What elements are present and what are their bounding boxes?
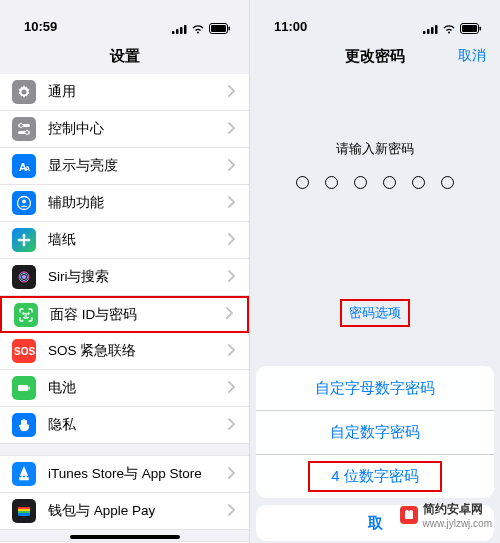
row-label: 电池: [48, 379, 227, 397]
svg-point-19: [26, 239, 31, 242]
settings-row-wallpaper[interactable]: 墙纸: [0, 222, 249, 259]
svg-point-18: [18, 239, 23, 242]
chevron-right-icon: [227, 122, 235, 137]
status-bar: 10:59: [0, 0, 249, 38]
row-label: 通用: [48, 83, 227, 101]
nav-bar: 更改密码 取消: [250, 38, 500, 74]
battery-icon: [12, 376, 36, 400]
faceid-icon: [14, 303, 38, 327]
svg-rect-32: [18, 513, 30, 516]
row-label: 控制中心: [48, 120, 227, 138]
passcode-prompt: 请输入新密码: [250, 140, 500, 158]
passcode-dot: [383, 176, 396, 189]
display-icon: AA: [12, 154, 36, 178]
appstore-icon: [12, 462, 36, 486]
svg-rect-35: [423, 31, 426, 34]
cancel-button[interactable]: 取消: [458, 47, 486, 65]
passcode-dot: [325, 176, 338, 189]
row-label: SOS 紧急联络: [48, 342, 227, 360]
row-label: 钱包与 Apple Pay: [48, 502, 227, 520]
sheet-option-alphanumeric[interactable]: 自定字母数字密码: [256, 366, 494, 410]
nav-bar: 设置: [0, 38, 249, 74]
svg-rect-40: [462, 25, 477, 32]
settings-list: 通用控制中心AA显示与亮度辅助功能墙纸Siri与搜索面容 ID与密码SOSSOS…: [0, 74, 249, 444]
passcode-dots: [250, 176, 500, 189]
status-bar: 11:00: [250, 0, 500, 38]
svg-rect-1: [176, 29, 179, 34]
passcode-dot: [412, 176, 425, 189]
battery-icon: [460, 23, 482, 34]
home-indicator[interactable]: [70, 535, 180, 539]
settings-row-wallet[interactable]: 钱包与 Apple Pay: [0, 493, 249, 530]
watermark-title: 简约安卓网: [423, 501, 492, 518]
status-indicators: [423, 23, 482, 34]
chevron-right-icon: [227, 504, 235, 519]
svg-rect-26: [18, 385, 28, 391]
wallpaper-icon: [12, 228, 36, 252]
svg-rect-6: [229, 27, 231, 31]
svg-point-44: [409, 510, 413, 514]
chevron-right-icon: [227, 270, 235, 285]
svg-point-43: [405, 510, 409, 514]
settings-row-privacy[interactable]: 隐私: [0, 407, 249, 444]
settings-row-siri[interactable]: Siri与搜索: [0, 259, 249, 296]
settings-row-appstore[interactable]: iTunes Store与 App Store: [0, 456, 249, 493]
signal-icon: [423, 24, 438, 34]
chevron-right-icon: [227, 159, 235, 174]
svg-point-9: [19, 124, 23, 128]
svg-point-15: [22, 238, 26, 242]
svg-text:A: A: [25, 165, 30, 172]
chevron-right-icon: [227, 233, 235, 248]
control-icon: [12, 117, 36, 141]
svg-point-24: [28, 312, 29, 313]
settings-row-sos[interactable]: SOSSOS 紧急联络: [0, 333, 249, 370]
chevron-right-icon: [227, 344, 235, 359]
chevron-right-icon: [225, 307, 233, 322]
sheet-option-4digit[interactable]: 4 位数字密码: [256, 454, 494, 498]
row-label: iTunes Store与 App Store: [48, 465, 227, 483]
svg-text:SOS: SOS: [14, 346, 35, 357]
svg-rect-2: [180, 27, 183, 34]
row-label: 墙纸: [48, 231, 227, 249]
svg-rect-36: [427, 29, 430, 34]
settings-row-control[interactable]: 控制中心: [0, 111, 249, 148]
settings-row-battery[interactable]: 电池: [0, 370, 249, 407]
chevron-right-icon: [227, 467, 235, 482]
status-time: 11:00: [274, 19, 307, 34]
status-indicators: [172, 23, 231, 34]
siri-icon: [12, 265, 36, 289]
settings-row-general[interactable]: 通用: [0, 74, 249, 111]
svg-rect-37: [431, 27, 434, 34]
wifi-icon: [442, 24, 456, 34]
row-label: 显示与亮度: [48, 157, 227, 175]
chevron-right-icon: [227, 196, 235, 211]
status-time: 10:59: [24, 19, 57, 34]
svg-rect-3: [184, 25, 187, 34]
nav-title: 更改密码: [345, 47, 405, 66]
general-icon: [12, 80, 36, 104]
wallet-icon: [12, 499, 36, 523]
svg-point-17: [23, 242, 26, 247]
sheet-option-numeric[interactable]: 自定数字密码: [256, 410, 494, 454]
signal-icon: [172, 24, 187, 34]
svg-point-14: [22, 200, 26, 204]
privacy-icon: [12, 413, 36, 437]
svg-rect-0: [172, 31, 175, 34]
svg-rect-38: [435, 25, 438, 34]
chevron-right-icon: [227, 418, 235, 433]
access-icon: [12, 191, 36, 215]
settings-row-access[interactable]: 辅助功能: [0, 185, 249, 222]
settings-row-faceid[interactable]: 面容 ID与密码: [0, 296, 249, 333]
row-label: Siri与搜索: [48, 268, 227, 286]
row-label: 辅助功能: [48, 194, 227, 212]
watermark-url: www.jylzwj.com: [423, 518, 492, 529]
wifi-icon: [191, 24, 205, 34]
battery-icon: [209, 23, 231, 34]
passcode-dot: [354, 176, 367, 189]
settings-row-display[interactable]: AA显示与亮度: [0, 148, 249, 185]
passcode-options-link[interactable]: 密码选项: [340, 299, 410, 327]
watermark: 简约安卓网 www.jylzwj.com: [400, 501, 492, 529]
svg-point-23: [23, 312, 24, 313]
svg-point-22: [22, 275, 26, 279]
svg-point-10: [25, 131, 29, 135]
